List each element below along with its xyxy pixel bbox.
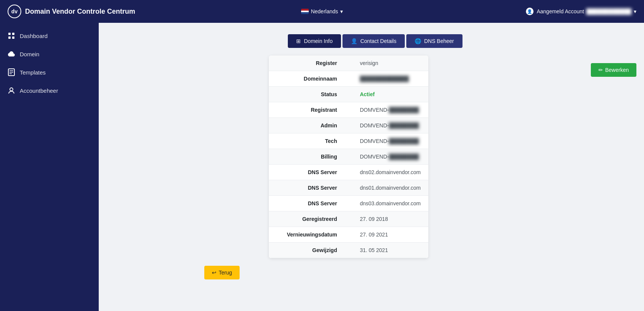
- table-row: BillingDOMVEND-████████: [269, 149, 428, 165]
- svg-rect-1: [12, 33, 14, 35]
- cloud-icon: [8, 50, 15, 58]
- domein-info-icon: ⊞: [296, 38, 301, 44]
- row-value: dns02.domainvendor.com: [345, 165, 428, 180]
- account-menu[interactable]: Aangemeld Account ████████████ ▾: [537, 8, 636, 14]
- table-row: TechDOMVEND-████████: [269, 133, 428, 149]
- row-label: Register: [269, 56, 345, 71]
- row-label: DNS Server: [269, 196, 345, 211]
- main-layout: Dashboard Domein Templates Accountbeheer…: [0, 23, 644, 311]
- row-value: Actief: [345, 87, 428, 102]
- back-icon: ↩: [212, 270, 216, 276]
- row-label: Gewijzigd: [269, 243, 345, 258]
- chevron-down-icon: ▾: [340, 8, 343, 14]
- tab-label: Domein Info: [304, 38, 332, 44]
- brand-title: Domain Vendor Controle Centrum: [25, 8, 135, 16]
- card-row: RegisterverisignDomeinnaam█████████████S…: [114, 56, 636, 258]
- table-row: Gewijzigd31. 05 2021: [269, 243, 428, 258]
- row-value: 27. 09 2018: [345, 211, 428, 227]
- language-selector[interactable]: Nederlands ▾: [297, 6, 348, 17]
- row-value: DOMVEND-████████: [345, 133, 428, 149]
- table-row: StatusActief: [269, 87, 428, 102]
- table-row: Geregistreerd27. 09 2018: [269, 211, 428, 227]
- tab-domein-info[interactable]: ⊞ Domein Info: [288, 34, 341, 48]
- svg-rect-0: [8, 33, 11, 35]
- sidebar-item-label: Templates: [20, 69, 46, 76]
- bewerken-label: Bewerken: [605, 67, 629, 73]
- sidebar: Dashboard Domein Templates Accountbeheer: [0, 23, 99, 311]
- navbar-right: 👤 Aangemeld Account ████████████ ▾: [427, 8, 636, 15]
- row-label: DNS Server: [269, 180, 345, 196]
- info-card: RegisterverisignDomeinnaam█████████████S…: [269, 56, 428, 258]
- row-value: dns01.domainvendor.com: [345, 180, 428, 196]
- bewerken-button[interactable]: ✏ Bewerken: [591, 63, 636, 77]
- templates-icon: [8, 68, 15, 76]
- user-icon: 👤: [526, 8, 534, 15]
- row-value: DOMVEND-████████: [345, 149, 428, 165]
- row-label: Admin: [269, 118, 345, 133]
- svg-point-8: [10, 88, 13, 91]
- terug-label: Terug: [219, 270, 232, 276]
- dashboard-icon: [8, 32, 15, 40]
- row-label: Vernieuwingsdatum: [269, 227, 345, 243]
- brand-logo: dv: [8, 5, 21, 18]
- contact-details-icon: 👤: [351, 38, 357, 44]
- table-row: Domeinnaam█████████████: [269, 71, 428, 87]
- table-row: DNS Serverdns01.domainvendor.com: [269, 180, 428, 196]
- row-value: DOMVEND-████████: [345, 102, 428, 118]
- row-value: DOMVEND-████████: [345, 118, 428, 133]
- table-row: DNS Serverdns03.domainvendor.com: [269, 196, 428, 211]
- row-value: verisign: [345, 56, 428, 71]
- edit-icon: ✏: [598, 67, 603, 73]
- sidebar-item-accountbeheer[interactable]: Accountbeheer: [0, 81, 99, 100]
- table-row: Vernieuwingsdatum27. 09 2021: [269, 227, 428, 243]
- chevron-down-icon: ▾: [634, 8, 636, 14]
- account-icon: [8, 87, 15, 94]
- language-label: Nederlands: [311, 8, 338, 14]
- table-row: RegistrantDOMVEND-████████: [269, 102, 428, 118]
- tab-contact-details[interactable]: 👤 Contact Details: [343, 34, 405, 48]
- row-label: DNS Server: [269, 165, 345, 180]
- tab-bar: ⊞ Domein Info 👤 Contact Details 🌐 DNS Be…: [114, 34, 636, 48]
- sidebar-item-label: Accountbeheer: [20, 87, 58, 94]
- svg-rect-2: [8, 36, 11, 39]
- navbar-center: Nederlands ▾: [217, 6, 427, 17]
- table-row: AdminDOMVEND-████████: [269, 118, 428, 133]
- domain-info-table: RegisterverisignDomeinnaam█████████████S…: [269, 56, 428, 258]
- row-label: Billing: [269, 149, 345, 165]
- row-value: 27. 09 2021: [345, 227, 428, 243]
- sidebar-item-domein[interactable]: Domein: [0, 45, 99, 63]
- terug-button[interactable]: ↩ Terug: [204, 266, 240, 279]
- svg-rect-3: [12, 36, 14, 39]
- row-value: 31. 05 2021: [345, 243, 428, 258]
- sidebar-item-label: Dashboard: [20, 33, 47, 39]
- row-label: Tech: [269, 133, 345, 149]
- table-row: Registerverisign: [269, 56, 428, 71]
- sidebar-item-label: Domein: [20, 51, 39, 57]
- row-value: dns03.domainvendor.com: [345, 196, 428, 211]
- row-label: Registrant: [269, 102, 345, 118]
- sidebar-item-templates[interactable]: Templates: [0, 63, 99, 81]
- table-row: DNS Serverdns02.domainvendor.com: [269, 165, 428, 180]
- sidebar-item-dashboard[interactable]: Dashboard: [0, 27, 99, 45]
- bottom-area: ↩ Terug: [204, 266, 546, 279]
- dns-beheer-icon: 🌐: [415, 38, 421, 44]
- brand[interactable]: dv Domain Vendor Controle Centrum: [8, 5, 217, 18]
- navbar: dv Domain Vendor Controle Centrum Nederl…: [0, 0, 644, 23]
- tab-label: Contact Details: [360, 38, 396, 44]
- row-label: Status: [269, 87, 345, 102]
- flag-nl-icon: [301, 9, 309, 14]
- row-value: █████████████: [345, 71, 428, 87]
- row-label: Geregistreerd: [269, 211, 345, 227]
- account-id: ████████████: [586, 8, 631, 14]
- tab-label: DNS Beheer: [424, 38, 454, 44]
- row-label: Domeinnaam: [269, 71, 345, 87]
- content-area: ⊞ Domein Info 👤 Contact Details 🌐 DNS Be…: [99, 23, 644, 311]
- tab-dns-beheer[interactable]: 🌐 DNS Beheer: [406, 34, 462, 48]
- account-label: Aangemeld Account: [537, 8, 584, 14]
